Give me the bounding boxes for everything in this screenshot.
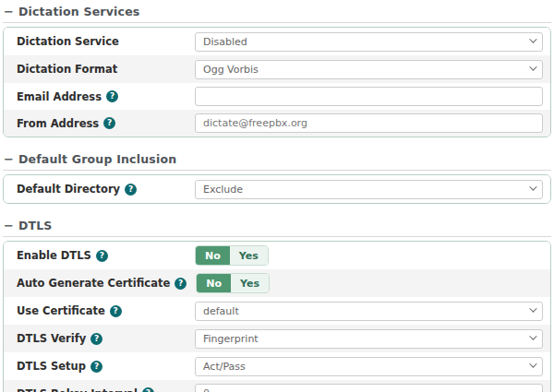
- select-wrapper: Fingerprint: [195, 328, 543, 349]
- setting-label-cell: Auto Generate Certificate ?: [4, 277, 196, 290]
- select-wrapper: Exclude: [195, 179, 543, 199]
- toggle-yes-button[interactable]: Yes: [231, 274, 269, 292]
- setting-label-cell: Dictation Service: [4, 35, 195, 48]
- setting-label-cell: DTLS Setup ?: [4, 360, 195, 373]
- setting-label: DTLS Verify: [17, 332, 86, 345]
- setting-label: DTLS Setup: [17, 360, 86, 373]
- help-icon[interactable]: ?: [90, 333, 102, 345]
- setting-select[interactable]: Exclude: [195, 180, 543, 199]
- help-icon[interactable]: ?: [110, 305, 122, 317]
- collapse-icon[interactable]: −: [4, 220, 14, 232]
- setting-label-cell: DTLS Rekey Interval ?: [4, 387, 195, 392]
- setting-label-cell: Use Certificate ?: [4, 304, 195, 317]
- settings-row: Enable DTLS ? NoYes: [4, 242, 550, 269]
- select-wrapper: Ogg Vorbis: [195, 59, 543, 79]
- setting-control-cell: [195, 380, 550, 392]
- no-yes-toggle: NoYes: [195, 245, 269, 266]
- setting-select[interactable]: default: [195, 302, 543, 321]
- setting-label-cell: Dictation Format: [4, 63, 195, 76]
- setting-select[interactable]: Disabled: [195, 32, 543, 52]
- settings-section: − Dictation Services Dictation Service D…: [3, 3, 551, 137]
- setting-control-cell: Exclude: [195, 175, 550, 203]
- setting-control-cell: default: [195, 297, 550, 325]
- help-icon[interactable]: ?: [90, 361, 102, 373]
- section-title: Dictation Services: [18, 5, 140, 18]
- settings-row: Auto Generate Certificate ? NoYes: [4, 269, 550, 297]
- toggle-yes-button[interactable]: Yes: [230, 246, 268, 265]
- setting-label: Dictation Service: [17, 35, 119, 48]
- setting-label-cell: From Address ?: [4, 117, 195, 130]
- setting-label: Email Address: [17, 90, 102, 103]
- setting-select[interactable]: Fingerprint: [195, 329, 543, 349]
- settings-row: Use Certificate ? default: [4, 297, 550, 325]
- toggle-no-button[interactable]: No: [197, 274, 231, 292]
- help-icon[interactable]: ?: [175, 278, 187, 290]
- select-wrapper: Act/Pass: [195, 356, 543, 376]
- setting-control-cell: [195, 110, 550, 137]
- setting-input[interactable]: [195, 87, 543, 106]
- select-wrapper: Disabled: [195, 31, 543, 52]
- settings-row: From Address ?: [4, 110, 550, 137]
- settings-row: Dictation Format Ogg Vorbis: [4, 55, 550, 83]
- setting-control-cell: Act/Pass: [195, 352, 550, 380]
- setting-label: Auto Generate Certificate: [17, 277, 170, 290]
- settings-form: − Dictation Services Dictation Service D…: [3, 3, 551, 392]
- setting-label-cell: Default Directory ?: [4, 183, 195, 196]
- collapse-icon[interactable]: −: [4, 153, 14, 165]
- setting-control-cell: Disabled: [195, 28, 550, 55]
- setting-select[interactable]: Act/Pass: [195, 357, 543, 376]
- settings-row: Default Directory ? Exclude: [4, 175, 550, 203]
- settings-row: Dictation Service Disabled: [4, 28, 550, 55]
- setting-label: Default Directory: [17, 183, 120, 196]
- select-wrapper: default: [195, 301, 543, 321]
- section-panel: Dictation Service Disabled Dictation For…: [3, 27, 551, 137]
- help-icon[interactable]: ?: [96, 250, 108, 262]
- section-title: Default Group Inclusion: [18, 152, 176, 166]
- setting-label: Use Certificate: [17, 304, 105, 317]
- settings-section: − DTLS Enable DTLS ? NoYes Auto Generate…: [3, 217, 551, 392]
- help-icon[interactable]: ?: [142, 387, 154, 392]
- section-header[interactable]: − Default Group Inclusion: [3, 150, 551, 171]
- section-title: DTLS: [18, 219, 53, 232]
- setting-input[interactable]: [195, 113, 543, 133]
- setting-label: DTLS Rekey Interval: [17, 387, 138, 392]
- setting-label: From Address: [17, 117, 99, 130]
- help-icon[interactable]: ?: [125, 184, 137, 196]
- section-panel: Default Directory ? Exclude: [3, 174, 551, 204]
- setting-control-cell: NoYes: [195, 242, 550, 269]
- settings-row: Email Address ?: [4, 83, 550, 110]
- setting-label-cell: Enable DTLS ?: [4, 249, 195, 262]
- setting-select[interactable]: Ogg Vorbis: [195, 60, 543, 79]
- settings-row: DTLS Verify ? Fingerprint: [4, 325, 550, 352]
- setting-control-cell: [195, 83, 550, 110]
- settings-section: − Default Group Inclusion Default Direct…: [3, 150, 551, 204]
- setting-label: Dictation Format: [17, 63, 117, 76]
- help-icon[interactable]: ?: [103, 117, 115, 129]
- setting-label-cell: Email Address ?: [4, 90, 195, 103]
- setting-control-cell: NoYes: [196, 269, 550, 297]
- setting-control-cell: Fingerprint: [195, 325, 550, 352]
- no-yes-toggle: NoYes: [196, 273, 270, 293]
- section-header[interactable]: − Dictation Services: [3, 3, 551, 23]
- setting-label: Enable DTLS: [17, 249, 91, 262]
- section-panel: Enable DTLS ? NoYes Auto Generate Certif…: [3, 241, 551, 392]
- setting-control-cell: Ogg Vorbis: [195, 55, 550, 83]
- toggle-no-button[interactable]: No: [196, 246, 230, 265]
- setting-label-cell: DTLS Verify ?: [4, 332, 195, 345]
- settings-row: DTLS Rekey Interval ?: [4, 380, 550, 392]
- settings-row: DTLS Setup ? Act/Pass: [4, 352, 550, 380]
- collapse-icon[interactable]: −: [4, 6, 14, 18]
- setting-input[interactable]: [195, 384, 543, 392]
- help-icon[interactable]: ?: [106, 90, 118, 102]
- section-header[interactable]: − DTLS: [3, 217, 551, 237]
